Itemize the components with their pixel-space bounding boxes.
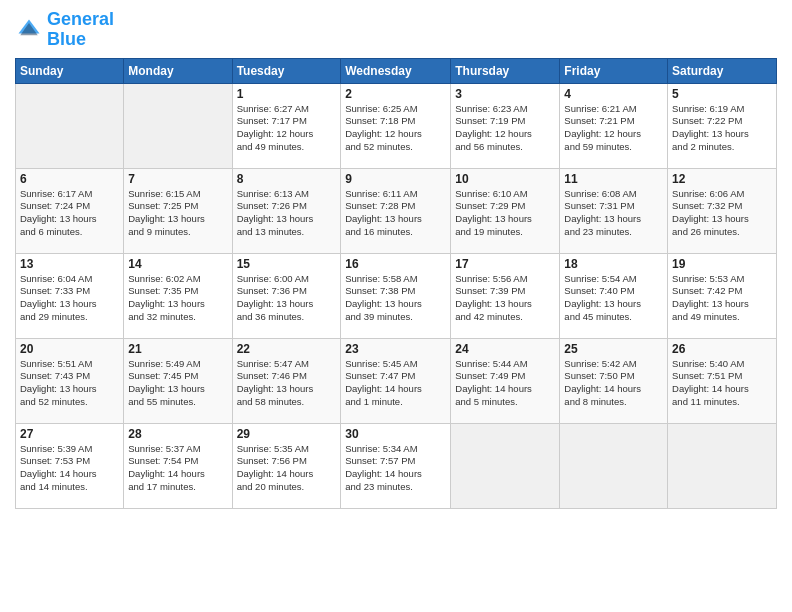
day-info: Sunrise: 5:45 AM Sunset: 7:47 PM Dayligh…	[345, 358, 446, 409]
day-info: Sunrise: 6:17 AM Sunset: 7:24 PM Dayligh…	[20, 188, 119, 239]
calendar-cell: 18Sunrise: 5:54 AM Sunset: 7:40 PM Dayli…	[560, 253, 668, 338]
day-number: 28	[128, 427, 227, 441]
day-number: 1	[237, 87, 337, 101]
day-info: Sunrise: 6:10 AM Sunset: 7:29 PM Dayligh…	[455, 188, 555, 239]
day-info: Sunrise: 5:35 AM Sunset: 7:56 PM Dayligh…	[237, 443, 337, 494]
day-info: Sunrise: 5:56 AM Sunset: 7:39 PM Dayligh…	[455, 273, 555, 324]
day-info: Sunrise: 5:44 AM Sunset: 7:49 PM Dayligh…	[455, 358, 555, 409]
calendar-table: SundayMondayTuesdayWednesdayThursdayFrid…	[15, 58, 777, 509]
day-number: 23	[345, 342, 446, 356]
column-header-thursday: Thursday	[451, 58, 560, 83]
day-info: Sunrise: 5:49 AM Sunset: 7:45 PM Dayligh…	[128, 358, 227, 409]
calendar-cell	[451, 423, 560, 508]
column-header-wednesday: Wednesday	[341, 58, 451, 83]
day-number: 22	[237, 342, 337, 356]
day-info: Sunrise: 6:08 AM Sunset: 7:31 PM Dayligh…	[564, 188, 663, 239]
day-info: Sunrise: 5:53 AM Sunset: 7:42 PM Dayligh…	[672, 273, 772, 324]
logo-icon	[15, 16, 43, 44]
column-header-saturday: Saturday	[668, 58, 777, 83]
calendar-cell: 23Sunrise: 5:45 AM Sunset: 7:47 PM Dayli…	[341, 338, 451, 423]
day-info: Sunrise: 6:27 AM Sunset: 7:17 PM Dayligh…	[237, 103, 337, 154]
calendar-cell: 28Sunrise: 5:37 AM Sunset: 7:54 PM Dayli…	[124, 423, 232, 508]
day-number: 13	[20, 257, 119, 271]
day-number: 4	[564, 87, 663, 101]
day-number: 6	[20, 172, 119, 186]
calendar-cell: 1Sunrise: 6:27 AM Sunset: 7:17 PM Daylig…	[232, 83, 341, 168]
page: General Blue SundayMondayTuesdayWednesda…	[0, 0, 792, 612]
day-info: Sunrise: 6:13 AM Sunset: 7:26 PM Dayligh…	[237, 188, 337, 239]
day-number: 8	[237, 172, 337, 186]
calendar-cell: 27Sunrise: 5:39 AM Sunset: 7:53 PM Dayli…	[16, 423, 124, 508]
header: General Blue	[15, 10, 777, 50]
calendar-cell: 13Sunrise: 6:04 AM Sunset: 7:33 PM Dayli…	[16, 253, 124, 338]
day-number: 25	[564, 342, 663, 356]
day-info: Sunrise: 6:15 AM Sunset: 7:25 PM Dayligh…	[128, 188, 227, 239]
day-info: Sunrise: 6:25 AM Sunset: 7:18 PM Dayligh…	[345, 103, 446, 154]
calendar-cell: 15Sunrise: 6:00 AM Sunset: 7:36 PM Dayli…	[232, 253, 341, 338]
day-number: 26	[672, 342, 772, 356]
day-number: 30	[345, 427, 446, 441]
calendar-cell: 24Sunrise: 5:44 AM Sunset: 7:49 PM Dayli…	[451, 338, 560, 423]
day-number: 19	[672, 257, 772, 271]
calendar-cell: 30Sunrise: 5:34 AM Sunset: 7:57 PM Dayli…	[341, 423, 451, 508]
calendar-cell: 11Sunrise: 6:08 AM Sunset: 7:31 PM Dayli…	[560, 168, 668, 253]
calendar-cell: 20Sunrise: 5:51 AM Sunset: 7:43 PM Dayli…	[16, 338, 124, 423]
column-header-tuesday: Tuesday	[232, 58, 341, 83]
day-info: Sunrise: 6:11 AM Sunset: 7:28 PM Dayligh…	[345, 188, 446, 239]
day-number: 10	[455, 172, 555, 186]
day-number: 21	[128, 342, 227, 356]
day-number: 11	[564, 172, 663, 186]
calendar-cell: 9Sunrise: 6:11 AM Sunset: 7:28 PM Daylig…	[341, 168, 451, 253]
calendar-cell: 22Sunrise: 5:47 AM Sunset: 7:46 PM Dayli…	[232, 338, 341, 423]
day-number: 24	[455, 342, 555, 356]
day-info: Sunrise: 5:40 AM Sunset: 7:51 PM Dayligh…	[672, 358, 772, 409]
calendar-cell: 26Sunrise: 5:40 AM Sunset: 7:51 PM Dayli…	[668, 338, 777, 423]
day-number: 2	[345, 87, 446, 101]
calendar-cell: 25Sunrise: 5:42 AM Sunset: 7:50 PM Dayli…	[560, 338, 668, 423]
day-info: Sunrise: 6:06 AM Sunset: 7:32 PM Dayligh…	[672, 188, 772, 239]
day-info: Sunrise: 6:02 AM Sunset: 7:35 PM Dayligh…	[128, 273, 227, 324]
calendar-cell: 21Sunrise: 5:49 AM Sunset: 7:45 PM Dayli…	[124, 338, 232, 423]
day-info: Sunrise: 5:54 AM Sunset: 7:40 PM Dayligh…	[564, 273, 663, 324]
day-number: 14	[128, 257, 227, 271]
calendar-cell: 19Sunrise: 5:53 AM Sunset: 7:42 PM Dayli…	[668, 253, 777, 338]
day-info: Sunrise: 5:47 AM Sunset: 7:46 PM Dayligh…	[237, 358, 337, 409]
column-header-monday: Monday	[124, 58, 232, 83]
calendar-cell	[124, 83, 232, 168]
calendar-cell: 5Sunrise: 6:19 AM Sunset: 7:22 PM Daylig…	[668, 83, 777, 168]
day-info: Sunrise: 5:37 AM Sunset: 7:54 PM Dayligh…	[128, 443, 227, 494]
calendar-cell: 29Sunrise: 5:35 AM Sunset: 7:56 PM Dayli…	[232, 423, 341, 508]
day-info: Sunrise: 6:19 AM Sunset: 7:22 PM Dayligh…	[672, 103, 772, 154]
calendar-body: 1Sunrise: 6:27 AM Sunset: 7:17 PM Daylig…	[16, 83, 777, 508]
calendar-cell: 12Sunrise: 6:06 AM Sunset: 7:32 PM Dayli…	[668, 168, 777, 253]
calendar-cell	[560, 423, 668, 508]
column-header-friday: Friday	[560, 58, 668, 83]
day-number: 12	[672, 172, 772, 186]
day-number: 3	[455, 87, 555, 101]
calendar-cell: 3Sunrise: 6:23 AM Sunset: 7:19 PM Daylig…	[451, 83, 560, 168]
calendar-cell: 4Sunrise: 6:21 AM Sunset: 7:21 PM Daylig…	[560, 83, 668, 168]
calendar-cell: 2Sunrise: 6:25 AM Sunset: 7:18 PM Daylig…	[341, 83, 451, 168]
logo: General Blue	[15, 10, 114, 50]
week-row-1: 1Sunrise: 6:27 AM Sunset: 7:17 PM Daylig…	[16, 83, 777, 168]
calendar-cell: 6Sunrise: 6:17 AM Sunset: 7:24 PM Daylig…	[16, 168, 124, 253]
week-row-5: 27Sunrise: 5:39 AM Sunset: 7:53 PM Dayli…	[16, 423, 777, 508]
logo-text: General Blue	[47, 10, 114, 50]
day-info: Sunrise: 6:21 AM Sunset: 7:21 PM Dayligh…	[564, 103, 663, 154]
day-number: 18	[564, 257, 663, 271]
day-number: 20	[20, 342, 119, 356]
day-number: 15	[237, 257, 337, 271]
week-row-4: 20Sunrise: 5:51 AM Sunset: 7:43 PM Dayli…	[16, 338, 777, 423]
calendar-cell: 16Sunrise: 5:58 AM Sunset: 7:38 PM Dayli…	[341, 253, 451, 338]
column-header-sunday: Sunday	[16, 58, 124, 83]
day-number: 7	[128, 172, 227, 186]
calendar-header-row: SundayMondayTuesdayWednesdayThursdayFrid…	[16, 58, 777, 83]
day-number: 9	[345, 172, 446, 186]
calendar-cell: 17Sunrise: 5:56 AM Sunset: 7:39 PM Dayli…	[451, 253, 560, 338]
week-row-3: 13Sunrise: 6:04 AM Sunset: 7:33 PM Dayli…	[16, 253, 777, 338]
day-info: Sunrise: 6:04 AM Sunset: 7:33 PM Dayligh…	[20, 273, 119, 324]
day-info: Sunrise: 5:58 AM Sunset: 7:38 PM Dayligh…	[345, 273, 446, 324]
calendar-cell	[16, 83, 124, 168]
day-info: Sunrise: 6:00 AM Sunset: 7:36 PM Dayligh…	[237, 273, 337, 324]
day-info: Sunrise: 5:34 AM Sunset: 7:57 PM Dayligh…	[345, 443, 446, 494]
